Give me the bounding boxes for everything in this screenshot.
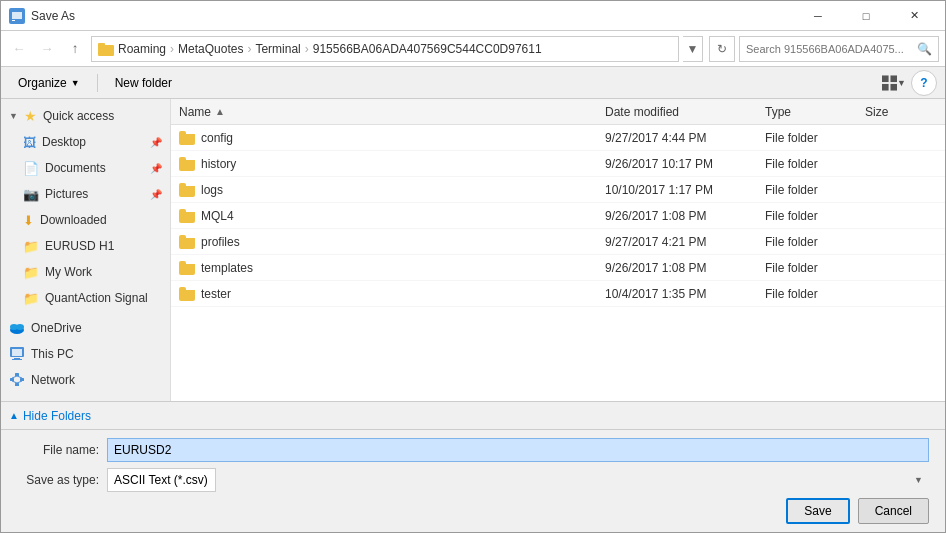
- breadcrumb-sep1: ›: [170, 42, 174, 56]
- table-row[interactable]: profiles 9/27/2017 4:21 PM File folder: [171, 229, 945, 255]
- file-name: profiles: [201, 235, 240, 249]
- main-content: ▼ ★ Quick access 🖼 Desktop 📌 📄 Documents…: [1, 99, 945, 401]
- folder-breadcrumb-icon: [98, 41, 114, 57]
- svg-rect-13: [12, 349, 22, 356]
- filename-row: File name:: [17, 438, 929, 462]
- address-dropdown-button[interactable]: ▼: [683, 36, 703, 62]
- folder-icon: [179, 209, 195, 223]
- folder-icon: [179, 157, 195, 171]
- organize-arrow-icon: ▼: [71, 78, 80, 88]
- quick-access-group: ▼ ★ Quick access 🖼 Desktop 📌 📄 Documents…: [1, 103, 170, 311]
- new-folder-button[interactable]: New folder: [106, 70, 181, 96]
- breadcrumb-roaming: Roaming: [118, 42, 166, 56]
- desktop-icon: 🖼: [23, 135, 36, 150]
- search-box[interactable]: 🔍: [739, 36, 939, 62]
- sidebar-item-pictures[interactable]: 📷 Pictures 📌: [1, 181, 170, 207]
- table-row[interactable]: MQL4 9/26/2017 1:08 PM File folder: [171, 203, 945, 229]
- window-controls: ─ □ ✕: [795, 2, 937, 30]
- hide-folders-arrow-icon: ▲: [9, 410, 19, 421]
- sidebar-item-desktop[interactable]: 🖼 Desktop 📌: [1, 129, 170, 155]
- sidebar-item-downloaded[interactable]: ⬇ Downloaded: [1, 207, 170, 233]
- breadcrumb-sep2: ›: [247, 42, 251, 56]
- save-button[interactable]: Save: [786, 498, 849, 524]
- maximize-button[interactable]: □: [843, 2, 889, 30]
- table-row[interactable]: history 9/26/2017 10:17 PM File folder: [171, 151, 945, 177]
- column-size[interactable]: Size: [861, 99, 941, 124]
- refresh-button[interactable]: ↻: [709, 36, 735, 62]
- file-name: tester: [201, 287, 231, 301]
- close-button[interactable]: ✕: [891, 2, 937, 30]
- column-name[interactable]: Name ▲: [175, 99, 601, 124]
- up-button[interactable]: ↑: [63, 37, 87, 61]
- filetype-select[interactable]: ASCII Text (*.csv): [107, 468, 216, 492]
- sidebar-item-network[interactable]: Network: [1, 367, 170, 393]
- quantaction-label: QuantAction Signal: [45, 291, 148, 305]
- hide-folders-bar[interactable]: ▲ Hide Folders: [1, 401, 945, 429]
- filetype-row: Save as type: ASCII Text (*.csv): [17, 468, 929, 492]
- sidebar-item-onedrive[interactable]: OneDrive: [1, 315, 170, 341]
- svg-rect-16: [15, 373, 19, 376]
- table-row[interactable]: logs 10/10/2017 1:17 PM File folder: [171, 177, 945, 203]
- svg-line-23: [17, 381, 22, 383]
- view-icon: [882, 75, 897, 91]
- help-button[interactable]: ?: [911, 70, 937, 96]
- new-folder-label: New folder: [115, 76, 172, 90]
- bottom-section: File name: Save as type: ASCII Text (*.c…: [1, 429, 945, 532]
- forward-button[interactable]: →: [35, 37, 59, 61]
- file-type-cell: File folder: [761, 131, 861, 145]
- file-name: logs: [201, 183, 223, 197]
- sidebar-item-documents[interactable]: 📄 Documents 📌: [1, 155, 170, 181]
- svg-line-21: [17, 376, 22, 378]
- file-rows-container: config 9/27/2017 4:44 PM File folder his…: [171, 125, 945, 307]
- documents-pin-icon: 📌: [150, 163, 162, 174]
- column-date-modified[interactable]: Date modified: [601, 99, 761, 124]
- sidebar-item-thispc[interactable]: This PC: [1, 341, 170, 367]
- file-type-cell: File folder: [761, 287, 861, 301]
- table-row[interactable]: templates 9/26/2017 1:08 PM File folder: [171, 255, 945, 281]
- file-date-cell: 10/4/2017 1:35 PM: [601, 287, 761, 301]
- sidebar-quick-access-header[interactable]: ▼ ★ Quick access: [1, 103, 170, 129]
- onedrive-label: OneDrive: [31, 321, 82, 335]
- cancel-button[interactable]: Cancel: [858, 498, 929, 524]
- network-icon: [9, 372, 25, 388]
- search-input[interactable]: [746, 43, 917, 55]
- breadcrumb-metaquotes: MetaQuotes: [178, 42, 243, 56]
- svg-rect-7: [882, 83, 889, 90]
- back-button[interactable]: ←: [7, 37, 31, 61]
- sidebar-item-quantaction[interactable]: 📁 QuantAction Signal: [1, 285, 170, 311]
- file-type-cell: File folder: [761, 183, 861, 197]
- filetype-select-wrapper: ASCII Text (*.csv): [107, 468, 929, 492]
- table-row[interactable]: tester 10/4/2017 1:35 PM File folder: [171, 281, 945, 307]
- thispc-label: This PC: [31, 347, 74, 361]
- file-name-cell: MQL4: [175, 209, 601, 223]
- organize-button[interactable]: Organize ▼: [9, 70, 89, 96]
- svg-rect-17: [10, 378, 14, 381]
- file-date-cell: 10/10/2017 1:17 PM: [601, 183, 761, 197]
- mywork-folder-icon: 📁: [23, 265, 39, 280]
- desktop-label: Desktop: [42, 135, 86, 149]
- file-list-header: Name ▲ Date modified Type Size: [171, 99, 945, 125]
- file-name-cell: tester: [175, 287, 601, 301]
- sidebar-item-mywork[interactable]: 📁 My Work: [1, 259, 170, 285]
- table-row[interactable]: config 9/27/2017 4:44 PM File folder: [171, 125, 945, 151]
- minimize-button[interactable]: ─: [795, 2, 841, 30]
- title-bar: Save As ─ □ ✕: [1, 1, 945, 31]
- address-path[interactable]: Roaming › MetaQuotes › Terminal › 915566…: [91, 36, 679, 62]
- sidebar: ▼ ★ Quick access 🖼 Desktop 📌 📄 Documents…: [1, 99, 171, 401]
- column-type[interactable]: Type: [761, 99, 861, 124]
- mywork-label: My Work: [45, 265, 92, 279]
- filename-input[interactable]: [107, 438, 929, 462]
- pictures-pin-icon: 📌: [150, 189, 162, 200]
- file-name-cell: history: [175, 157, 601, 171]
- quantaction-folder-icon: 📁: [23, 291, 39, 306]
- file-type-cell: File folder: [761, 209, 861, 223]
- sidebar-item-eurusd[interactable]: 📁 EURUSD H1: [1, 233, 170, 259]
- form-buttons: Save Cancel: [17, 498, 929, 524]
- file-type-cell: File folder: [761, 157, 861, 171]
- svg-point-11: [16, 324, 24, 330]
- view-button[interactable]: ▼: [881, 70, 907, 96]
- file-date-cell: 9/27/2017 4:21 PM: [601, 235, 761, 249]
- folder-icon: [179, 287, 195, 301]
- window-icon: [9, 8, 25, 24]
- window-title: Save As: [31, 9, 795, 23]
